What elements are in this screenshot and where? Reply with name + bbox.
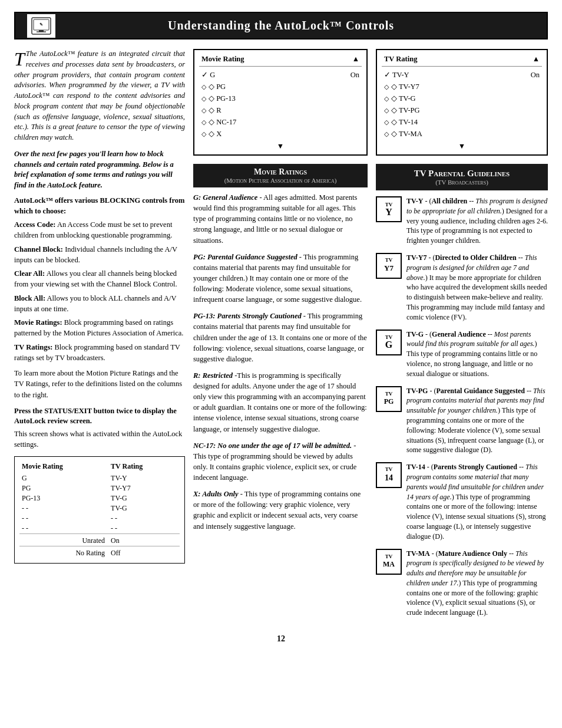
movie-rating-item-pg: ◇ PG [199,81,362,93]
tv-rating-item-ma: ◇ TV-MA [382,128,542,140]
tv-rating-14-text: TV-14 - (Parents Strongly Cautioned -- T… [406,462,548,541]
terms-list: Access Code: An Access Code must be set … [14,220,185,363]
press-section: Press the STATUS/EXIT button twice to di… [14,406,185,450]
movie-rating-item-x: ◇ X [199,128,362,140]
tv-parental-header: TV Parental Guidelines (TV Broadcasters) [376,164,548,190]
tv-rating-g-text: TV-G - (General Audience -- Most parents… [406,330,548,379]
tv-rating-ma-text: TV-MA - (Mature Audience Only -- This pr… [406,549,548,618]
table-col2-header: TV Rating [108,462,180,473]
page-title: Understanding the AutoLock™ Controls [168,19,394,32]
table-row: PG TV-Y7 [19,483,180,493]
movie-rating-g-desc: G: General Audience - All ages admitted.… [193,192,368,246]
tv-rating-pg-item: TV PG TV-PG - (Parental Guidance Suggest… [376,386,548,456]
movie-rating-item-pg13: ◇ PG-13 [199,93,362,104]
tv-rating-y7-item: TV Y7 TV-Y7 - (Directed to Older Childre… [376,253,548,322]
learn-more-text: To learn more about the Motion Picture R… [14,368,185,400]
tv-rating-item-pg: ◇ TV-PG [382,104,542,116]
bold-intro-section: Over the next few pages you'll learn how… [14,149,185,191]
term-tv-ratings: TV Ratings: Block programming based on s… [14,342,185,364]
tv-rating-y-text: TV-Y - (All children -- This program is … [406,196,548,246]
intro-paragraph: TThe AutoLock™ feature is an integrated … [14,49,185,143]
movie-rating-pg13-desc: PG-13: Parents Strongly Cautioned - This… [193,311,368,364]
movie-rating-pg-desc: PG: Parental Guidance Suggested - This p… [193,252,368,305]
tv-rating-title: TV Rating [384,55,417,64]
term-block-all: Block All: Allows you to block ALL chann… [14,294,185,315]
page-header: ✎ Understanding the AutoLock™ Controls [14,12,548,39]
tv-rating-item-y7: ◇ TV-Y7 [382,81,542,93]
middle-column: Movie Rating ▲ ✓ G On ◇ PG ◇ PG-13 ◇ R ◇… [193,49,368,625]
movie-rating-arrow-down: ▼ [199,142,362,151]
tv-rating-item-y: ✓ TV-Y On [382,69,542,81]
term-movie-ratings: Movie Ratings: Block programming based o… [14,318,185,339]
term-clear-all: Clear All: Allows you clear all channels… [14,269,185,290]
movie-rating-item-nc17: ◇ NC-17 [199,116,362,128]
tv-rating-arrow-down: ▼ [382,142,542,151]
tv-rating-14-item: TV 14 TV-14 - (Parents Strongly Cautione… [376,462,548,541]
tv-rating-item-g: ◇ TV-G [382,93,542,104]
table-row: - - - - [19,513,180,523]
svg-rect-3 [39,30,44,32]
table-row: G TV-Y [19,473,180,483]
term-channel-block: Channel Block: Individual channels inclu… [14,245,185,266]
table-row: - - - - [19,523,180,534]
blocking-header: AutoLock™ offers various BLOCKING contro… [14,196,185,217]
movie-ratings-header: Movie Ratings (Motion Picture Associatio… [193,164,368,187]
tv-badge-y: TV Y [376,196,402,222]
table-footer-row: No Rating Off [19,546,180,558]
tv-badge-y7: TV Y7 [376,253,402,279]
table-col1-header: Movie Rating [19,462,108,473]
svg-text:✎: ✎ [39,22,43,27]
right-column: TV Rating ▲ ✓ TV-Y On ◇ TV-Y7 ◇ TV-G ◇ T… [376,49,548,625]
movie-rating-r-desc: R: Restricted -This is programming is sp… [193,370,368,434]
tv-rating-arrow-up: ▲ [533,55,540,64]
movie-rating-nc17-desc: NC-17: No one under the age of 17 will b… [193,440,368,483]
tv-badge-ma: TV MA [376,549,402,575]
movie-rating-box: Movie Rating ▲ ✓ G On ◇ PG ◇ PG-13 ◇ R ◇… [193,49,368,156]
table-footer-row: Unrated On [19,533,180,546]
movie-rating-x-desc: X: Adults Only - This type of programmin… [193,489,368,532]
movie-rating-item-g: ✓ G On [199,69,362,81]
tv-badge-pg: TV PG [376,386,402,412]
tv-rating-y7-text: TV-Y7 - (Directed to Older Children -- T… [406,253,548,322]
left-column: TThe AutoLock™ feature is an integrated … [14,49,185,625]
movie-rating-title: Movie Rating [201,55,244,64]
tv-badge-g: TV G [376,330,402,355]
movie-rating-arrow-up: ▲ [352,55,359,64]
tv-rating-ma-item: TV MA TV-MA - (Mature Audience Only -- T… [376,549,548,618]
tv-rating-y-item: TV Y TV-Y - (All children -- This progra… [376,196,548,246]
tv-rating-pg-text: TV-PG - (Parental Guidance Suggested -- … [406,386,548,456]
page-number: 12 [14,634,548,644]
table-row: PG-13 TV-G [19,493,180,503]
tv-badge-14: TV 14 [376,462,402,488]
header-logo: ✎ [27,14,55,38]
movie-rating-item-r: ◇ R [199,104,362,116]
tv-rating-g-item: TV G TV-G - (General Audience -- Most pa… [376,330,548,379]
tv-rating-item-14: ◇ TV-14 [382,116,542,128]
term-access-code: Access Code: An Access Code must be set … [14,220,185,241]
bottom-ratings-table: Movie Rating TV Rating G TV-Y PG TV-Y7 P… [14,456,185,564]
table-row: - - TV-G [19,503,180,513]
tv-rating-box: TV Rating ▲ ✓ TV-Y On ◇ TV-Y7 ◇ TV-G ◇ T… [376,49,548,156]
